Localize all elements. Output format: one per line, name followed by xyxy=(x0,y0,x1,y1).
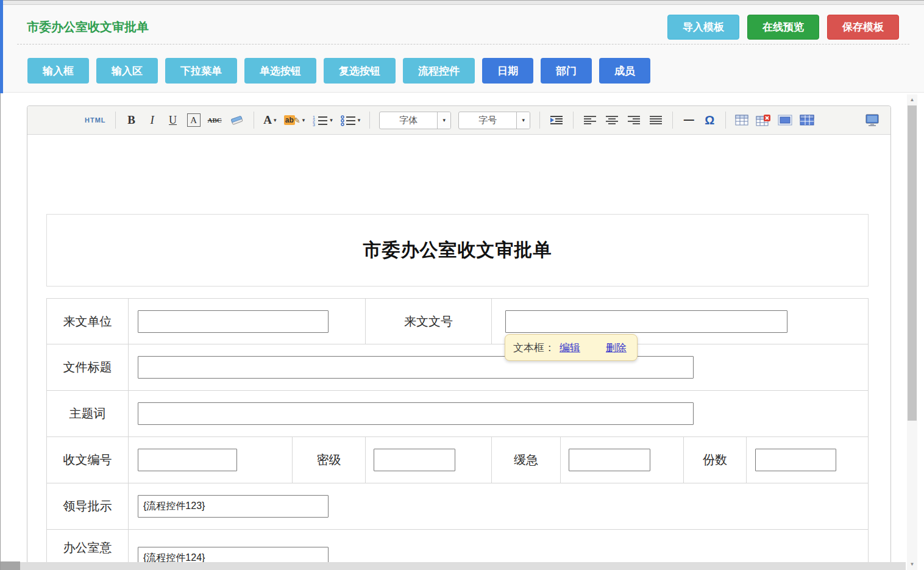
field-label: 来文文号 xyxy=(366,299,492,344)
insert-table-button[interactable] xyxy=(735,112,748,129)
field-cell xyxy=(129,391,868,436)
field-label: 收文编号 xyxy=(47,437,129,483)
source-unit-input[interactable] xyxy=(138,310,329,333)
underline-button[interactable]: U xyxy=(166,112,180,129)
field-cell xyxy=(747,437,868,483)
header-divider xyxy=(17,44,909,45)
page-header: 市委办公室收文审批单 导入模板 在线预览 保存模板 输入框 输入区 下拉菜单 单… xyxy=(0,5,924,93)
pencil-icon: ✎ xyxy=(294,116,300,125)
delete-field-link[interactable]: 删除 xyxy=(606,341,627,355)
indent-button[interactable] xyxy=(549,112,564,129)
tooltip-field-type: 文本框： xyxy=(513,341,555,355)
insert-textarea-button[interactable]: 输入区 xyxy=(96,58,158,84)
receipt-number-input[interactable] xyxy=(138,449,237,471)
align-center-button[interactable] xyxy=(605,112,619,129)
online-preview-button[interactable]: 在线预览 xyxy=(747,15,819,40)
text-style-button[interactable]: A xyxy=(187,113,201,127)
insert-flow-control-button[interactable]: 流程控件 xyxy=(403,58,475,84)
toolbar-separator xyxy=(672,112,673,129)
svg-text:3: 3 xyxy=(313,123,315,126)
rich-text-editor: HTML B I U A ABC A▾ ab✎▾ 123 ▾ ▾ xyxy=(27,105,891,570)
align-left-button[interactable] xyxy=(583,112,597,129)
field-label: 来文单位 xyxy=(47,299,129,344)
field-cell xyxy=(561,437,684,483)
remove-format-eraser-icon[interactable] xyxy=(229,112,244,129)
field-cell xyxy=(129,299,366,344)
toolbar-separator xyxy=(254,112,254,129)
field-label: 密级 xyxy=(293,437,366,483)
fullscreen-button[interactable] xyxy=(865,112,880,129)
urgency-input[interactable] xyxy=(569,449,650,471)
align-right-button[interactable] xyxy=(627,112,641,129)
ordered-list-button[interactable]: 123 ▾ xyxy=(312,112,333,129)
table-row: 文件标题 xyxy=(47,344,868,391)
field-label: 领导批示 xyxy=(47,483,129,529)
cell-properties-button[interactable] xyxy=(778,112,792,129)
field-label: 文件标题 xyxy=(47,344,129,390)
special-character-button[interactable]: Ω xyxy=(703,112,716,129)
caret-down-icon: ▾ xyxy=(274,117,277,123)
field-cell xyxy=(129,344,868,390)
editor-content[interactable]: 市委办公室收文审批单 来文单位 来文文号 文件标题 xyxy=(27,135,890,569)
insert-input-button[interactable]: 输入框 xyxy=(27,58,89,84)
caret-down-icon[interactable]: ▾ xyxy=(516,112,530,129)
toolbar-separator xyxy=(573,112,574,129)
form-title: 市委办公室收文审批单 xyxy=(363,238,552,263)
form-title-block: 市委办公室收文审批单 xyxy=(46,214,869,287)
scrollbar-thumb[interactable] xyxy=(908,105,917,421)
insert-department-button[interactable]: 部门 xyxy=(541,58,592,84)
field-label: 缓急 xyxy=(492,437,561,483)
leader-instructions-input[interactable] xyxy=(138,495,329,518)
subject-words-input[interactable] xyxy=(138,402,694,425)
highlight-color-button[interactable]: ab✎▾ xyxy=(284,112,305,129)
table-row: 来文单位 来文文号 xyxy=(47,299,868,344)
page-title: 市委办公室收文审批单 xyxy=(27,19,149,35)
caret-down-icon: ▾ xyxy=(358,117,361,123)
horizontal-rule-button[interactable]: — xyxy=(682,112,695,129)
left-edge-accent xyxy=(0,0,3,93)
font-size-select[interactable]: 字号 ▾ xyxy=(458,112,530,129)
table-properties-button[interactable] xyxy=(800,112,814,129)
editor-toolbar: HTML B I U A ABC A▾ ab✎▾ 123 ▾ ▾ xyxy=(27,106,890,135)
bold-button[interactable]: B xyxy=(125,112,138,129)
header-actions: 导入模板 在线预览 保存模板 xyxy=(667,15,899,40)
table-row: 收文编号 密级 缓急 份数 xyxy=(47,437,868,483)
toolbar-separator xyxy=(725,112,726,129)
window-top-edge xyxy=(0,0,924,5)
toolbar-separator xyxy=(539,112,540,129)
strikethrough-button[interactable]: ABC xyxy=(208,112,222,129)
vertical-scrollbar[interactable]: ▲ ▼ xyxy=(907,94,917,570)
window-bottom-corner xyxy=(0,561,20,570)
copies-count-input[interactable] xyxy=(755,449,836,471)
italic-button[interactable]: I xyxy=(146,112,159,129)
field-label: 份数 xyxy=(684,437,747,483)
delete-table-button[interactable] xyxy=(756,112,770,129)
field-cell xyxy=(129,437,293,483)
font-family-select[interactable]: 字体 ▾ xyxy=(379,112,451,129)
edit-field-link[interactable]: 编辑 xyxy=(560,341,580,355)
field-cell xyxy=(366,437,492,483)
align-justify-button[interactable] xyxy=(649,112,663,129)
insert-date-button[interactable]: 日期 xyxy=(482,58,533,84)
field-cell xyxy=(129,483,868,529)
insert-radio-button[interactable]: 单选按钮 xyxy=(244,58,316,84)
toolbar-separator xyxy=(115,112,116,129)
document-number-input[interactable] xyxy=(505,310,787,333)
save-template-button[interactable]: 保存模板 xyxy=(827,15,899,40)
caret-down-icon[interactable]: ▾ xyxy=(437,112,450,129)
scroll-down-arrow-icon[interactable]: ▼ xyxy=(907,559,917,569)
table-row: 领导批示 xyxy=(47,483,868,530)
insert-dropdown-button[interactable]: 下拉菜单 xyxy=(165,58,237,84)
insert-checkbox-button[interactable]: 复选按钮 xyxy=(324,58,396,84)
secrecy-level-input[interactable] xyxy=(374,449,455,471)
scroll-up-arrow-icon[interactable]: ▲ xyxy=(907,94,917,105)
unordered-list-button[interactable]: ▾ xyxy=(340,112,361,129)
caret-down-icon: ▾ xyxy=(302,117,305,123)
form-table: 来文单位 来文文号 文件标题 xyxy=(46,298,869,569)
table-row: 主题词 xyxy=(47,391,868,437)
source-code-button[interactable]: HTML xyxy=(85,112,106,129)
caret-down-icon: ▾ xyxy=(330,117,333,123)
insert-member-button[interactable]: 成员 xyxy=(599,58,650,84)
font-color-button[interactable]: A▾ xyxy=(263,112,277,129)
import-template-button[interactable]: 导入模板 xyxy=(667,15,739,40)
